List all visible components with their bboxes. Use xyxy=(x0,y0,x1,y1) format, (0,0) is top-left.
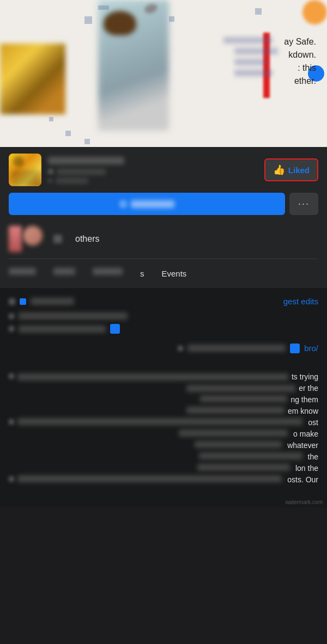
liked-label: Liked xyxy=(288,165,310,175)
dark-ui-section: 👍 Liked ··· others xyxy=(0,147,327,288)
row-icon xyxy=(9,326,14,332)
content-icon-blue xyxy=(20,298,26,305)
friends-row: others xyxy=(0,222,327,259)
p8-blur xyxy=(199,452,302,459)
p10-icon xyxy=(9,476,14,482)
avatar xyxy=(9,154,41,186)
others-icon xyxy=(53,235,62,243)
p1-blur xyxy=(17,373,288,381)
page-header: 👍 Liked xyxy=(0,147,327,193)
p1-blur4 xyxy=(186,407,284,414)
content-icon xyxy=(9,298,15,305)
p1-text-5: ost xyxy=(308,418,318,427)
suggest-edits-button[interactable]: gest edits xyxy=(283,297,318,306)
long-text-area: ts trying er the ng them em know ost xyxy=(0,372,327,497)
blur-line xyxy=(234,70,272,76)
p7-blur xyxy=(195,441,282,448)
pixel-noise xyxy=(255,8,262,15)
p10-blur xyxy=(17,475,282,482)
sub-text2 xyxy=(56,178,88,183)
friend-avatar-2 xyxy=(23,226,43,246)
blur-line xyxy=(234,48,278,54)
row-icon xyxy=(9,314,14,319)
follow-text-blur xyxy=(131,200,174,208)
pixel-noise xyxy=(49,117,53,121)
p5-icon xyxy=(9,419,14,425)
content-area: gest edits bro/ xyxy=(0,288,327,372)
watermark: watermark.com xyxy=(0,497,327,507)
more-options-button[interactable]: ··· xyxy=(289,193,318,215)
friend-avatars xyxy=(9,226,44,252)
p1-text-6: o make xyxy=(293,430,318,438)
top-text-line-4: ether. xyxy=(284,75,316,88)
tab-posts[interactable] xyxy=(0,263,45,284)
page-subtext-blur xyxy=(57,169,106,175)
p1-text-2: er the xyxy=(299,384,318,392)
p1-text-4: em know xyxy=(288,407,318,415)
p9-blur xyxy=(197,464,290,471)
row-blur xyxy=(19,326,106,333)
p1-text-8: the xyxy=(308,452,318,461)
friend-avatar-1 xyxy=(9,226,22,252)
page-info xyxy=(48,157,258,183)
others-text: others xyxy=(75,234,99,244)
liked-button[interactable]: 👍 Liked xyxy=(264,158,318,181)
pixel-noise xyxy=(169,16,174,22)
p5-blur xyxy=(17,418,302,425)
top-text-line-1: ay Safe. xyxy=(284,35,316,48)
blue-square2 xyxy=(290,344,300,353)
nav-tabs: s Events xyxy=(0,259,327,288)
link-blur xyxy=(187,345,286,352)
spacer xyxy=(9,385,14,390)
content-title-blur xyxy=(31,298,74,305)
top-text-line-2: kdown. xyxy=(284,48,316,62)
top-text-area: ay Safe. kdown. : this ether. xyxy=(284,35,316,88)
sub-icon xyxy=(48,169,53,174)
left-image-blur xyxy=(0,44,65,114)
action-row: ··· xyxy=(0,193,327,222)
p1-text-1: ts trying xyxy=(292,372,318,381)
row-blur xyxy=(19,312,128,320)
p1-icon xyxy=(9,373,14,379)
tab-s-label: s xyxy=(140,269,144,278)
person-mask-blur xyxy=(104,11,136,35)
link-icon xyxy=(178,346,183,351)
page-name-blur xyxy=(48,157,124,164)
blur-line xyxy=(223,37,272,44)
p1-text-7: whatever xyxy=(287,441,318,450)
post-link[interactable]: bro/ xyxy=(304,344,318,353)
tab-blur xyxy=(53,268,75,275)
sub-icon2 xyxy=(48,179,52,183)
pixel-noise xyxy=(84,139,90,144)
tab-events-label: Events xyxy=(162,269,187,278)
tab-mentions[interactable] xyxy=(84,263,131,284)
link-row: bro/ xyxy=(9,339,318,357)
right-bubble xyxy=(302,0,327,24)
pixel-noise xyxy=(98,5,109,10)
tab-blur xyxy=(93,268,123,275)
tab-events[interactable]: Events xyxy=(153,263,196,284)
content-header: gest edits xyxy=(9,297,318,306)
follow-button[interactable] xyxy=(9,193,285,215)
top-text-line-3: : this xyxy=(284,62,316,75)
paragraph-1: ts trying er the ng them em know ost xyxy=(9,372,318,484)
p6-blur xyxy=(179,430,288,437)
thumbs-up-icon: 👍 xyxy=(273,164,285,176)
top-blurred-section: ay Safe. kdown. : this ether. xyxy=(0,0,327,147)
p1-text-3: ng them xyxy=(290,395,318,404)
blur-line xyxy=(234,59,267,65)
pixel-noise xyxy=(65,131,71,136)
tab-about[interactable] xyxy=(45,263,84,284)
others-section: others xyxy=(53,234,99,244)
tab-s[interactable]: s xyxy=(131,263,153,284)
blue-square xyxy=(110,324,120,334)
follow-icon xyxy=(119,200,128,208)
p1-text-10: osts. Our xyxy=(287,475,318,484)
tab-blur xyxy=(9,268,36,275)
pixel-noise xyxy=(84,16,92,24)
content-row-1 xyxy=(9,312,318,334)
p1-blur3 xyxy=(200,395,287,402)
p1-blur2 xyxy=(186,385,295,392)
p1-text-9: lon the xyxy=(295,464,318,473)
content-title-left xyxy=(9,298,74,305)
